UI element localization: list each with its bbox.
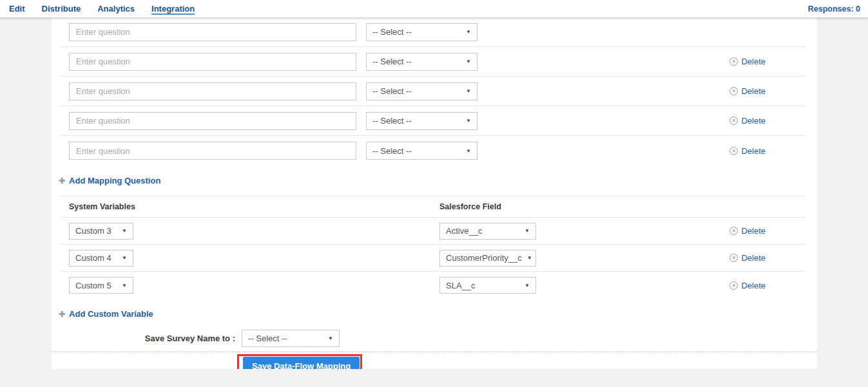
- select-value: -- Select --: [248, 334, 287, 343]
- delete-label: Delete: [741, 253, 766, 263]
- question-field-select[interactable]: -- Select -- ▼: [366, 82, 477, 100]
- salesforce-field-header: Salesforce Field: [439, 202, 501, 211]
- chevron-down-icon: ▼: [461, 118, 471, 124]
- circle-x-icon: ✕: [729, 57, 738, 66]
- question-input[interactable]: [69, 23, 356, 41]
- tab-distribute[interactable]: Distribute: [42, 4, 81, 14]
- add-mapping-question-label: Add Mapping Question: [69, 176, 160, 185]
- delete-label: Delete: [741, 226, 766, 236]
- circle-x-icon: ✕: [729, 117, 738, 125]
- circle-x-icon: ✕: [729, 254, 738, 262]
- chevron-down-icon: ▼: [117, 255, 127, 261]
- save-survey-name-row: Save Survey Name to : -- Select -- ▼: [52, 330, 817, 347]
- select-value: -- Select --: [372, 116, 412, 126]
- footer-actions: Save Data-Flow Mapping: [52, 354, 817, 369]
- custom-variable-row: Custom 5 ▼ SLA__c ▼ ✕ Delete: [60, 272, 805, 299]
- question-field-select[interactable]: -- Select -- ▼: [366, 23, 477, 41]
- circle-x-icon: ✕: [729, 87, 738, 95]
- chevron-down-icon: ▼: [519, 283, 530, 288]
- delete-label: Delete: [741, 281, 766, 290]
- save-survey-name-label: Save Survey Name to :: [52, 334, 235, 343]
- select-value: Custom 3: [75, 226, 111, 236]
- custom-variables-header: System Variables Salesforce Field: [60, 196, 805, 218]
- select-value: -- Select --: [372, 27, 412, 37]
- salesforce-field-select[interactable]: Active__c ▼: [439, 223, 536, 240]
- select-value: CustomerPriority__c: [446, 253, 522, 263]
- top-nav: Edit Distribute Analytics Integration Re…: [0, 0, 868, 17]
- delete-label: Delete: [741, 146, 766, 156]
- chevron-down-icon: ▼: [461, 88, 471, 94]
- tab-integration[interactable]: Integration: [151, 4, 195, 14]
- delete-mapping-question-link[interactable]: ✕ Delete: [729, 116, 766, 126]
- chevron-down-icon: ▼: [461, 59, 471, 64]
- system-variable-select[interactable]: Custom 5 ▼: [69, 277, 133, 294]
- add-custom-variable-label: Add Custom Variable: [69, 309, 153, 319]
- delete-custom-variable-link[interactable]: ✕ Delete: [729, 281, 766, 290]
- chevron-down-icon: ▼: [461, 148, 471, 154]
- delete-mapping-question-link[interactable]: ✕ Delete: [729, 86, 766, 96]
- system-variables-header: System Variables: [69, 202, 439, 211]
- mapping-question-row: -- Select -- ▼ ✕ Delete: [60, 77, 805, 106]
- plus-icon: ✚: [59, 310, 65, 319]
- select-value: Custom 4: [75, 253, 111, 263]
- circle-x-icon: ✕: [729, 281, 738, 290]
- chevron-down-icon: ▼: [117, 283, 127, 288]
- custom-variable-row: Custom 4 ▼ CustomerPriority__c ▼ ✕ Delet…: [60, 245, 805, 272]
- circle-x-icon: ✕: [729, 227, 738, 235]
- system-variable-select[interactable]: Custom 4 ▼: [69, 250, 133, 267]
- delete-label: Delete: [741, 86, 766, 96]
- delete-label: Delete: [741, 116, 766, 126]
- add-mapping-question-link[interactable]: ✚ Add Mapping Question: [59, 176, 160, 185]
- select-value: Custom 5: [75, 281, 111, 290]
- mapping-question-row: -- Select -- ▼ ✕ Delete: [60, 106, 805, 136]
- delete-label: Delete: [741, 57, 766, 66]
- select-value: -- Select --: [372, 57, 412, 66]
- question-field-select[interactable]: -- Select -- ▼: [366, 142, 477, 160]
- add-custom-variable-link[interactable]: ✚ Add Custom Variable: [59, 309, 153, 319]
- question-field-select[interactable]: -- Select -- ▼: [366, 53, 477, 71]
- delete-mapping-question-link[interactable]: ✕ Delete: [729, 146, 766, 156]
- select-value: -- Select --: [372, 146, 412, 156]
- delete-mapping-question-link[interactable]: ✕ Delete: [729, 57, 766, 66]
- annotation-highlight-box: Save Data-Flow Mapping: [237, 354, 362, 369]
- plus-icon: ✚: [59, 176, 65, 185]
- circle-x-icon: ✕: [729, 147, 738, 155]
- salesforce-field-select[interactable]: CustomerPriority__c ▼: [439, 250, 536, 267]
- responses-count[interactable]: Responses: 0: [808, 5, 860, 14]
- question-field-select[interactable]: -- Select -- ▼: [366, 112, 477, 130]
- mapping-question-row: -- Select -- ▼: [60, 17, 805, 47]
- question-input[interactable]: [69, 142, 356, 160]
- select-value: Active__c: [446, 226, 482, 236]
- dashed-divider: [52, 352, 817, 352]
- mapping-question-row: -- Select -- ▼ ✕ Delete: [60, 47, 805, 77]
- custom-variables-table: System Variables Salesforce Field Custom…: [60, 196, 805, 299]
- select-value: -- Select --: [372, 86, 412, 96]
- mapping-question-row: -- Select -- ▼ ✕ Delete: [60, 136, 805, 165]
- chevron-down-icon: ▼: [519, 228, 530, 234]
- tab-edit[interactable]: Edit: [9, 4, 25, 14]
- delete-custom-variable-link[interactable]: ✕ Delete: [729, 226, 766, 236]
- integration-panel: -- Select -- ▼ -- Select -- ▼ ✕ Delete -…: [52, 17, 817, 369]
- chevron-down-icon: ▼: [323, 335, 333, 341]
- chevron-down-icon: ▼: [461, 29, 471, 35]
- custom-variable-row: Custom 3 ▼ Active__c ▼ ✕ Delete: [60, 218, 805, 245]
- question-input[interactable]: [69, 112, 356, 130]
- mapping-question-list: -- Select -- ▼ -- Select -- ▼ ✕ Delete -…: [60, 17, 805, 165]
- chevron-down-icon: ▼: [117, 228, 127, 234]
- salesforce-field-select[interactable]: SLA__c ▼: [439, 277, 536, 294]
- delete-custom-variable-link[interactable]: ✕ Delete: [729, 253, 766, 263]
- question-input[interactable]: [69, 82, 356, 100]
- select-value: SLA__c: [446, 281, 476, 290]
- question-input[interactable]: [69, 53, 356, 71]
- tab-analytics[interactable]: Analytics: [97, 4, 135, 14]
- chevron-down-icon: ▼: [522, 255, 532, 261]
- save-data-flow-mapping-button[interactable]: Save Data-Flow Mapping: [243, 357, 360, 369]
- save-survey-name-select[interactable]: -- Select -- ▼: [242, 330, 340, 347]
- system-variable-select[interactable]: Custom 3 ▼: [69, 223, 133, 240]
